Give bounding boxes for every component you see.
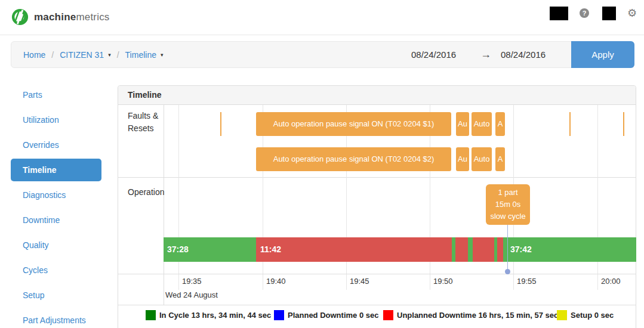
- operation-segment-red[interactable]: [455, 237, 468, 262]
- axis-tick-mark: [430, 274, 430, 290]
- apply-button[interactable]: Apply: [571, 41, 634, 68]
- breadcrumb: Home/CITIZEN 31▾/Timeline▾: [23, 42, 164, 67]
- legend-label: Unplanned Downtime 16 hrs, 15 min, 57 se…: [397, 311, 558, 320]
- tooltip-type: slow cycle: [486, 211, 530, 222]
- redacted-menu-item-1[interactable]: [550, 7, 568, 20]
- legend-label: Setup 0 sec: [571, 311, 614, 320]
- breadcrumb-item-citizen-31[interactable]: CITIZEN 31▾: [60, 50, 110, 60]
- faults-resets-row-label: Faults & Resets: [128, 110, 158, 135]
- sidebar-item-downtime[interactable]: Downtime: [11, 209, 101, 231]
- gear-icon[interactable]: ⚙: [627, 7, 637, 20]
- help-icon[interactable]: ?: [580, 8, 589, 18]
- axis-tick-label: 19:55: [517, 277, 537, 286]
- machinemetrics-app: machinemetrics ? ⚙ Home/CITIZEN 31▾/Time…: [0, 0, 644, 328]
- operation-segment-red[interactable]: [473, 237, 494, 262]
- operation-segment-green[interactable]: [468, 237, 473, 262]
- breadcrumb-label: Home: [23, 50, 45, 60]
- sidebar-item-timeline[interactable]: Timeline: [11, 159, 101, 181]
- chevron-down-icon: ▾: [161, 52, 164, 58]
- fault-event-bar[interactable]: Auto operation pause signal ON (T02 0204…: [256, 147, 451, 171]
- panel-title: Timeline: [118, 86, 636, 104]
- legend-label: Planned Downtime 0 sec: [288, 311, 378, 320]
- axis-date-label: Wed 24 August: [165, 290, 218, 299]
- axis-tick-mark: [263, 274, 263, 290]
- panel-header: Timeline: [118, 86, 636, 105]
- tooltip-anchor-dot: [505, 269, 510, 274]
- breadcrumb-date-bar: Home/CITIZEN 31▾/Timeline▾ 08/24/2016 → …: [11, 41, 634, 68]
- breadcrumb-label: Timeline: [125, 50, 156, 60]
- end-date-input[interactable]: 08/24/2016: [501, 42, 546, 67]
- tooltip-duration: 15m 0s: [486, 199, 530, 211]
- legend-swatch: [146, 310, 156, 320]
- axis-tick-label: 19:35: [182, 277, 202, 286]
- sidebar-item-parts[interactable]: Parts: [11, 83, 101, 106]
- date-range-arrow-icon: →: [480, 42, 491, 67]
- operation-segment-red[interactable]: [497, 237, 503, 262]
- sidebar-item-utilization[interactable]: Utilization: [11, 109, 101, 131]
- top-bar: machinemetrics ? ⚙: [0, 0, 644, 35]
- fault-event-tick[interactable]: [569, 112, 571, 136]
- breadcrumb-item-timeline[interactable]: Timeline▾: [125, 50, 164, 60]
- timeline-panel: Timeline Faults & Resets Operation Auto …: [118, 85, 636, 328]
- fault-event-bar[interactable]: Auto operation pause signal ON (T02 0204…: [256, 112, 451, 136]
- fault-event-bar[interactable]: Auto: [472, 147, 492, 171]
- chevron-down-icon: ▾: [108, 52, 111, 58]
- legend-swatch: [274, 310, 284, 320]
- fault-event-bar[interactable]: A: [495, 112, 505, 136]
- legend-swatch: [383, 310, 393, 320]
- sidebar-item-cycles[interactable]: Cycles: [11, 259, 101, 281]
- axis-tick-mark: [597, 274, 598, 290]
- fault-event-tick[interactable]: [220, 112, 221, 136]
- operation-segment-green[interactable]: 37:42: [503, 237, 636, 262]
- start-date-input[interactable]: 08/24/2016: [411, 42, 456, 67]
- axis-tick-mark: [513, 274, 514, 290]
- operation-row-label: Operation: [128, 186, 164, 199]
- sidebar-item-setup[interactable]: Setup: [11, 284, 101, 307]
- breadcrumb-separator: /: [51, 50, 54, 60]
- operation-segment-green[interactable]: 37:28: [164, 237, 256, 262]
- label-column-divider: [164, 105, 164, 305]
- axis-tick-mark: [346, 274, 347, 290]
- sidebar-item-quality[interactable]: Quality: [11, 234, 101, 256]
- axis-tick-label: 19:45: [350, 277, 369, 286]
- fault-event-tick[interactable]: [623, 112, 624, 136]
- tooltip-parts: 1 part: [486, 187, 530, 199]
- machinemetrics-icon: [11, 8, 29, 26]
- brand-logo: machinemetrics: [11, 8, 110, 26]
- breadcrumb-item-home[interactable]: Home: [23, 50, 45, 60]
- legend-label: In Cycle 13 hrs, 34 min, 44 sec: [159, 311, 271, 320]
- operation-segment-red[interactable]: 11:42: [256, 237, 452, 262]
- axis-tick-mark: [178, 274, 179, 290]
- axis-tick-label: 20:00: [601, 277, 621, 286]
- sidebar-item-diagnostics[interactable]: Diagnostics: [11, 184, 101, 206]
- legend-divider: [118, 305, 636, 305]
- tooltip-leader-line: [507, 225, 508, 270]
- fault-event-bar[interactable]: Au: [456, 147, 469, 171]
- brand-name: machinemetrics: [34, 11, 110, 23]
- fault-event-bar[interactable]: Au: [456, 112, 469, 136]
- redacted-menu-item-2[interactable]: [602, 7, 616, 20]
- fault-event-bar[interactable]: A: [495, 147, 505, 171]
- sidebar-item-overrides[interactable]: Overrides: [11, 134, 101, 156]
- fault-event-bar[interactable]: Auto: [472, 112, 492, 136]
- axis-tick-label: 19:40: [266, 277, 286, 286]
- breadcrumb-separator: /: [117, 50, 119, 60]
- breadcrumb-label: CITIZEN 31: [60, 50, 104, 60]
- row-divider: [118, 177, 636, 178]
- slow-cycle-tooltip: 1 part 15m 0s slow cycle: [486, 184, 530, 225]
- legend-swatch: [557, 310, 567, 320]
- axis-tick-label: 19:50: [433, 277, 453, 286]
- sidebar-item-part-adjustments[interactable]: Part Adjustments: [11, 309, 101, 328]
- row-divider: [118, 274, 636, 274]
